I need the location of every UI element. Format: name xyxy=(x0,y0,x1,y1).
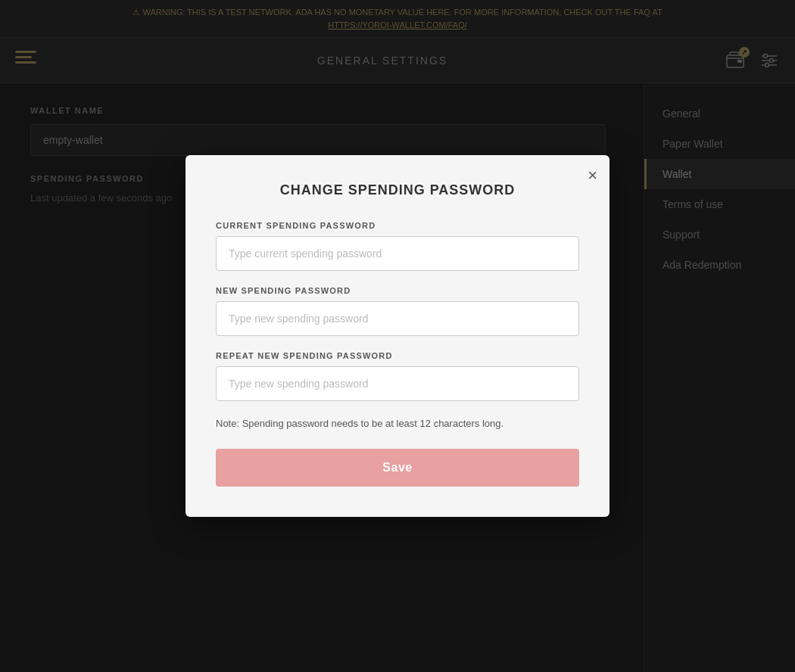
modal-title: CHANGE SPENDING PASSWORD xyxy=(216,182,579,198)
change-password-modal: × CHANGE SPENDING PASSWORD CURRENT SPEND… xyxy=(186,155,610,518)
repeat-password-label: REPEAT NEW SPENDING PASSWORD xyxy=(216,351,579,360)
modal-close-button[interactable]: × xyxy=(588,167,597,184)
repeat-password-input[interactable] xyxy=(216,366,579,401)
new-password-input[interactable] xyxy=(216,301,579,336)
current-password-group: CURRENT SPENDING PASSWORD xyxy=(216,221,579,271)
modal-note: Note: Spending password needs to be at l… xyxy=(216,416,579,431)
repeat-password-group: REPEAT NEW SPENDING PASSWORD xyxy=(216,351,579,401)
modal-overlay: × CHANGE SPENDING PASSWORD CURRENT SPEND… xyxy=(0,0,795,672)
new-password-label: NEW SPENDING PASSWORD xyxy=(216,286,579,295)
save-button[interactable]: Save xyxy=(216,449,579,487)
new-password-group: NEW SPENDING PASSWORD xyxy=(216,286,579,336)
current-password-label: CURRENT SPENDING PASSWORD xyxy=(216,221,579,230)
current-password-input[interactable] xyxy=(216,236,579,271)
